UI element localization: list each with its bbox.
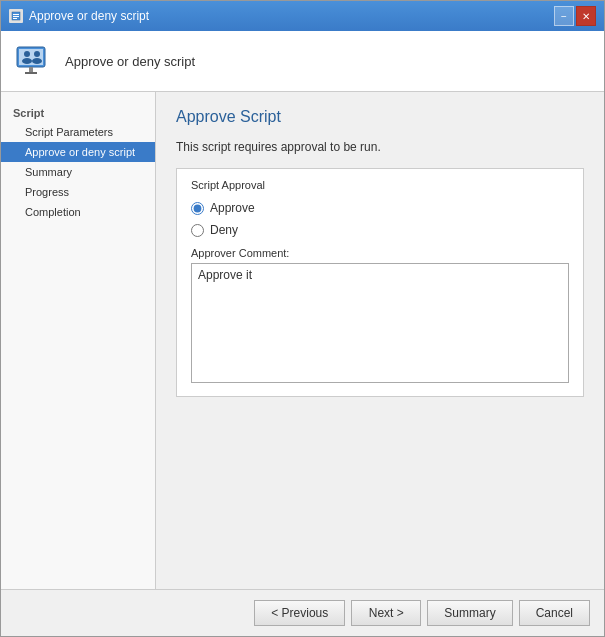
group-box-title: Script Approval: [191, 179, 569, 191]
title-bar-controls: − ✕: [554, 6, 596, 26]
sidebar-item-approve-deny[interactable]: Approve or deny script: [1, 142, 155, 162]
deny-label: Deny: [210, 223, 238, 237]
approve-radio[interactable]: [191, 202, 204, 215]
deny-radio[interactable]: [191, 224, 204, 237]
main-window: Approve or deny script − ✕ Approve o: [0, 0, 605, 637]
svg-rect-2: [13, 16, 19, 17]
cancel-button[interactable]: Cancel: [519, 600, 590, 626]
summary-button[interactable]: Summary: [427, 600, 512, 626]
svg-rect-3: [13, 18, 17, 19]
svg-point-11: [32, 58, 42, 64]
sidebar-item-summary[interactable]: Summary: [1, 162, 155, 182]
svg-rect-7: [25, 72, 37, 74]
sidebar: Script Script Parameters Approve or deny…: [1, 92, 156, 589]
minimize-button[interactable]: −: [554, 6, 574, 26]
svg-rect-6: [29, 67, 33, 72]
previous-button[interactable]: < Previous: [254, 600, 345, 626]
approve-radio-option[interactable]: Approve: [191, 201, 569, 215]
deny-radio-option[interactable]: Deny: [191, 223, 569, 237]
svg-rect-1: [13, 14, 19, 15]
window-icon: [9, 9, 23, 23]
header-section: Approve or deny script: [1, 31, 604, 92]
next-button[interactable]: Next >: [351, 600, 421, 626]
footer: < Previous Next > Summary Cancel: [1, 589, 604, 636]
svg-point-8: [24, 51, 30, 57]
close-button[interactable]: ✕: [576, 6, 596, 26]
sidebar-section-script: Script: [1, 104, 155, 122]
main-content: Script Script Parameters Approve or deny…: [1, 92, 604, 589]
title-bar: Approve or deny script − ✕: [1, 1, 604, 31]
description-text: This script requires approval to be run.: [176, 140, 584, 154]
script-approval-group: Script Approval Approve Deny Approver Co…: [176, 168, 584, 397]
svg-point-9: [22, 58, 32, 64]
header-icon: [13, 41, 53, 81]
sidebar-item-progress[interactable]: Progress: [1, 182, 155, 202]
title-bar-left: Approve or deny script: [9, 9, 149, 23]
header-title: Approve or deny script: [65, 54, 195, 69]
sidebar-item-completion[interactable]: Completion: [1, 202, 155, 222]
svg-point-10: [34, 51, 40, 57]
window-title: Approve or deny script: [29, 9, 149, 23]
approve-label: Approve: [210, 201, 255, 215]
content-area: Approve Script This script requires appr…: [156, 92, 604, 589]
content-title: Approve Script: [176, 108, 584, 126]
sidebar-item-script-parameters[interactable]: Script Parameters: [1, 122, 155, 142]
comment-textarea[interactable]: Approve it: [191, 263, 569, 383]
comment-label: Approver Comment:: [191, 247, 569, 259]
